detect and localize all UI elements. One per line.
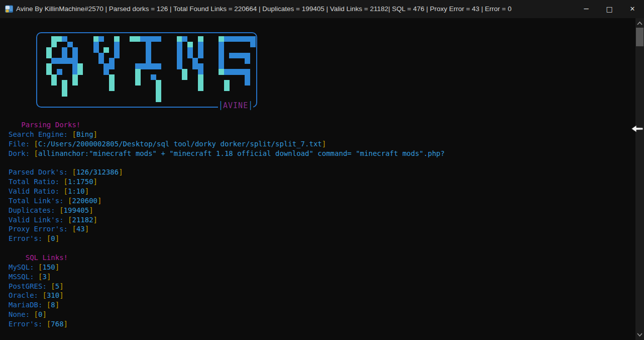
logo-box: │AVINE│ — [36, 32, 257, 108]
line-label: Valid Link's: — [9, 216, 68, 224]
line-label: MariaDB: — [9, 301, 47, 309]
logo-pixel-blue — [135, 63, 141, 69]
logo-pixel-blue — [219, 63, 224, 69]
console-line: Parsed Dork's: [126/312386] — [9, 167, 445, 177]
scrollbar-thumb[interactable] — [636, 28, 643, 46]
line-label: MSSQL: — [9, 273, 38, 281]
logo-pixel-cyan — [182, 74, 187, 80]
logo-tag-text: AVINE — [223, 101, 248, 110]
console-window: Avine By KillinMachine#2570 | Parsed dor… — [0, 0, 644, 340]
logo-pixel-blue — [229, 36, 235, 42]
logo-pixel-cyan — [156, 86, 161, 91]
logo-pixel-cyan — [46, 47, 52, 53]
window-title: Avine By KillinMachine#2570 | Parsed dor… — [16, 0, 511, 18]
logo-pixel-cyan — [156, 80, 161, 86]
line-value: C:/Users/2000002805/Desktop/sql tool/dor… — [38, 140, 322, 148]
line-label: None: — [9, 310, 34, 318]
bracket-close: ] — [93, 178, 97, 186]
bracket-close: ] — [85, 187, 89, 195]
bracket-open: [ — [59, 206, 63, 214]
console-line: MSSQL: [3] — [9, 272, 445, 282]
bracket-close: ] — [97, 197, 101, 205]
console-line — [9, 243, 445, 253]
bracket-open: [ — [64, 178, 68, 186]
logo-pixel-cyan — [135, 36, 141, 42]
bracket-open: [ — [34, 310, 38, 318]
logo-pixel-blue — [151, 74, 156, 80]
logo-pixel-cyan — [156, 96, 161, 102]
mouse-cursor — [631, 124, 643, 133]
console-viewport: │AVINE│ Parsing Dorks!Search Engine: [Bi… — [0, 18, 644, 340]
logo-pixel-cyan — [135, 74, 141, 80]
logo-pixel-blue — [224, 36, 230, 42]
logo-pixel-cyan — [62, 91, 67, 97]
console-line: Error's: [768] — [9, 319, 445, 329]
logo-pixel-blue — [57, 58, 62, 63]
logo-pixel-cyan — [156, 91, 161, 97]
logo-pixel-blue — [240, 36, 245, 42]
vertical-scrollbar[interactable] — [635, 18, 644, 340]
logo-pixel-blue — [192, 58, 198, 63]
logo-pixel-cyan — [51, 42, 57, 47]
scroll-up-button[interactable] — [635, 20, 644, 28]
close-button[interactable]: ✕ — [621, 0, 644, 18]
logo-pixel-blue — [245, 58, 250, 63]
logo-pixel-blue — [62, 53, 67, 58]
minimize-button[interactable]: ─ — [575, 0, 598, 18]
logo-pixel-blue — [146, 36, 151, 42]
logo-pixel-blue — [67, 58, 73, 63]
logo-pixel-cyan — [224, 86, 230, 91]
logo-pixel-blue — [109, 58, 115, 63]
logo-pixel-cyan — [130, 36, 135, 42]
scroll-down-button[interactable] — [635, 330, 644, 338]
bracket-close: ] — [85, 225, 89, 233]
logo-pixel-cyan — [77, 63, 83, 69]
bracket-open: [ — [42, 291, 46, 299]
bracket-close: ] — [93, 216, 97, 224]
logo-pixel-blue — [219, 53, 224, 58]
logo-pixel-blue — [192, 63, 198, 69]
logo-pixel-cyan — [182, 69, 187, 74]
line-label: Valid Ratio: — [9, 187, 64, 195]
bracket-open: [ — [51, 282, 55, 290]
bracket-close: ] — [59, 291, 63, 299]
line-label: Duplicates: — [9, 206, 59, 214]
logo-pixel-blue — [177, 47, 182, 53]
line-label: Parsed Dork's: — [9, 168, 72, 176]
console-line: Parsing Dorks! — [9, 120, 445, 130]
line-value: 43 — [76, 225, 85, 233]
logo-pixel-blue — [98, 58, 104, 63]
line-value: Bing — [76, 130, 93, 138]
logo-pixel-blue — [93, 47, 99, 53]
app-icon — [5, 5, 14, 13]
line-label: Error's: — [9, 320, 47, 328]
line-label: Oracle: — [9, 291, 42, 299]
logo-pixel-blue — [151, 63, 156, 69]
maximize-button[interactable]: □ — [598, 0, 621, 18]
logo-pixel-cyan — [62, 80, 67, 86]
logo-pixel-blue — [146, 42, 151, 47]
bracket-close: ] — [322, 140, 326, 148]
logo-tag: │AVINE│ — [218, 101, 253, 111]
logo-pixel-blue — [219, 42, 224, 47]
line-label: Search Engine: — [9, 130, 72, 138]
logo-pixel-blue — [72, 63, 78, 69]
title-bar[interactable]: Avine By KillinMachine#2570 | Parsed dor… — [0, 0, 644, 18]
bracket-close: ] — [47, 273, 51, 281]
console-line: Proxy Error's: [43] — [9, 224, 445, 234]
logo-pixel-cyan — [114, 36, 120, 42]
bracket-close: ] — [89, 206, 93, 214]
logo-pixel-cyan — [103, 47, 109, 53]
logo-pixel-blue — [234, 53, 240, 58]
logo-pixel-blue — [198, 69, 203, 74]
logo-pixel-blue — [103, 69, 109, 74]
logo-pixel-blue — [250, 36, 256, 42]
logo-pixel-blue — [229, 69, 235, 74]
bracket-close: ] — [55, 234, 59, 242]
line-label: Dork: — [9, 149, 34, 157]
line-value: 220600 — [72, 197, 97, 205]
console-line: MariaDB: [8] — [9, 300, 445, 310]
logo-pixel-blue — [245, 53, 250, 58]
logo-pixel-cyan — [135, 69, 141, 74]
logo-pixel-blue — [146, 53, 151, 58]
